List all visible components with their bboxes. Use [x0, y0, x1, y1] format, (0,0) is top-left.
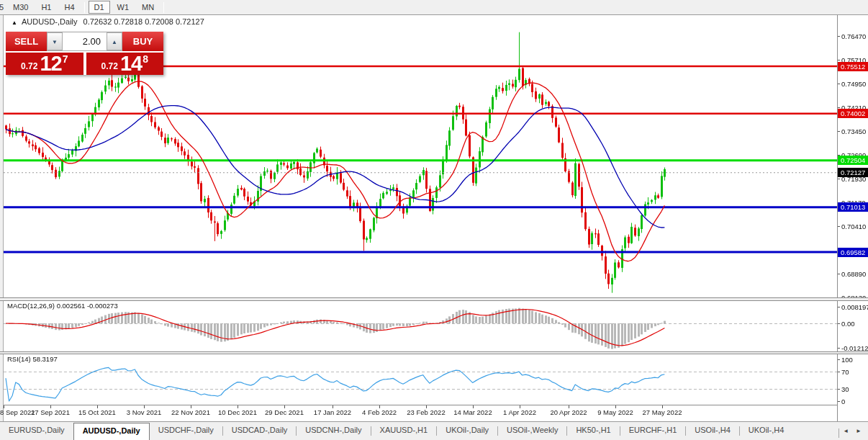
tab-scroll-right-icon[interactable]: ►	[852, 426, 865, 436]
price-axis-tick: 0.73450	[841, 127, 868, 135]
date-axis-label: 22 Nov 2021	[168, 408, 214, 416]
date-axis-label: 27 Sep 2021	[27, 408, 73, 416]
toolbar-separator	[163, 2, 164, 13]
chart-tab-eurchf-h1[interactable]: EURCHF-,H1	[620, 422, 686, 440]
sell-price-fraction: 7	[63, 53, 68, 65]
buy-price-pips: 14	[120, 53, 142, 74]
level-price-badge: 0.71013	[838, 202, 868, 212]
date-axis-label: 20 Apr 2022	[546, 408, 592, 416]
price-axis-border	[837, 15, 838, 421]
toolbar-separator	[84, 2, 85, 13]
date-axis-label: 9 May 2022	[592, 408, 638, 416]
chart-tab-usoil-h4[interactable]: USOil-,H4	[686, 422, 739, 440]
chart-tab-usoil-weekly[interactable]: USOil-,Weekly	[498, 422, 566, 440]
indicator-axis-tick: 100	[841, 356, 868, 364]
rsi-indicator-label: RSI(14) 58.3197	[7, 355, 58, 363]
volume-increase-icon[interactable]: ▲	[107, 32, 122, 50]
date-axis-label: 3 Nov 2021	[121, 408, 167, 416]
chart-tab-usdchf-daily[interactable]: USDCHF-,Daily	[150, 422, 222, 440]
buy-price-base: 0.72	[101, 61, 118, 71]
date-axis-label: 15 Oct 2021	[74, 408, 120, 416]
price-axis-tick: 0.70410	[841, 223, 868, 230]
chart-tab-xauusd-h1[interactable]: XAUUSD-,H1	[371, 422, 437, 440]
chart-tab-audusd-daily[interactable]: AUDUSD-,Daily	[73, 423, 150, 440]
buy-price-display: 0.72 14 8	[86, 53, 164, 75]
date-axis-label: 4 Feb 2022	[356, 408, 402, 416]
indicator-axis-tick: -0.01212	[841, 344, 868, 352]
date-axis-label: 17 Jan 2022	[309, 408, 356, 416]
level-price-badge: 0.74002	[838, 109, 868, 118]
chart-collapse-icon[interactable]: ▲	[12, 19, 17, 26]
price-axis-tick: 0.68890	[841, 270, 868, 278]
chart-left-border	[3, 15, 4, 421]
pane-splitter-macd[interactable]	[0, 297, 868, 301]
buy-price-fraction: 8	[143, 53, 148, 65]
chart-tab-eurusd-daily[interactable]: EURUSD-,Daily	[0, 422, 73, 440]
indicator-axis-tick: 0.008197	[841, 303, 868, 311]
volume-input[interactable]	[63, 32, 107, 50]
rsi-name: RSI(14)	[7, 355, 31, 363]
price-axis-tick: 0.74950	[841, 80, 868, 88]
date-axis-label: 14 Mar 2022	[450, 408, 496, 416]
rsi-pane-bottom-border	[4, 405, 837, 405]
sell-price-display: 0.72 12 7	[6, 53, 83, 75]
macd-name: MACD(12,26,9)	[7, 302, 55, 310]
timeframe-button-W1[interactable]: W1	[112, 1, 135, 14]
date-axis-label: 10 Dec 2021	[214, 408, 261, 416]
chart-tab-usdcnh-daily[interactable]: USDCNH-,Daily	[297, 422, 370, 440]
macd-values: 0.002561 -0.000273	[57, 302, 118, 310]
indicator-axis-tick: 70	[841, 368, 868, 376]
chart-ohlc-values: 0.72632 0.72818 0.72008 0.72127	[83, 17, 204, 26]
price-axis-tick: 0.76470	[841, 32, 868, 40]
chart-tab-ukoil-daily[interactable]: UKOil-,Daily	[437, 422, 497, 440]
rsi-value: 58.3197	[32, 355, 57, 363]
timeframe-button-H1[interactable]: H1	[35, 1, 57, 14]
timeframe-button-5[interactable]: 5	[0, 1, 6, 14]
level-price-badge: 0.69582	[838, 248, 868, 257]
timeframe-button-D1[interactable]: D1	[89, 1, 110, 14]
chart-tab-bar: EURUSD-,DailyAUDUSD-,DailyUSDCHF-,DailyU…	[0, 422, 868, 440]
buy-button[interactable]: BUY	[122, 32, 163, 51]
tab-scroll-controls: ◄►	[838, 422, 868, 440]
date-axis-label: 23 Feb 2022	[403, 408, 449, 416]
date-axis-label: 1 Apr 2022	[497, 408, 543, 416]
level-price-badge: 0.72504	[838, 156, 868, 165]
timeframe-button-MN[interactable]: MN	[136, 1, 160, 14]
date-axis-label: 27 May 2022	[639, 408, 685, 416]
volume-decrease-icon[interactable]: ▼	[47, 32, 63, 50]
trading-platform-window: 5M30H1H4D1W1MN ▲AUDUSD-,Daily0.72632 0.7…	[0, 0, 868, 440]
tab-scroll-left-icon[interactable]: ◄	[839, 426, 852, 436]
timeframe-toolbar: 5M30H1H4D1W1MN	[0, 0, 868, 15]
indicator-axis-tick: 0.00	[841, 320, 868, 328]
timeframe-button-H4[interactable]: H4	[58, 1, 80, 14]
pane-splitter-rsi[interactable]	[0, 351, 868, 354]
sell-price-base: 0.72	[21, 61, 37, 71]
sell-price-pips: 12	[40, 53, 61, 74]
indicator-axis-tick: 0	[841, 398, 868, 405]
chart-title: ▲AUDUSD-,Daily0.72632 0.72818 0.72008 0.…	[12, 17, 204, 26]
indicator-axis-tick: 30	[841, 385, 868, 393]
chart-symbol: AUDUSD-,Daily	[22, 17, 78, 26]
one-click-trade-panel: SELL ▼ ▲ BUY 0.72 12 7 0.72 14 8	[6, 32, 163, 75]
date-axis-label: 29 Dec 2021	[261, 408, 307, 416]
chart-tab-hk50-h1[interactable]: HK50-,H1	[567, 422, 619, 440]
macd-indicator-label: MACD(12,26,9) 0.002561 -0.000273	[7, 302, 118, 310]
current-price-badge: 0.72127	[838, 168, 868, 177]
sell-button[interactable]: SELL	[6, 32, 47, 51]
level-price-badge: 0.75512	[838, 62, 868, 71]
chart-tab-usdcad-daily[interactable]: USDCAD-,Daily	[223, 422, 297, 440]
timeframe-button-M30[interactable]: M30	[7, 1, 34, 14]
chart-tab-ukoil-h4[interactable]: UKOil-,H4	[740, 422, 793, 440]
